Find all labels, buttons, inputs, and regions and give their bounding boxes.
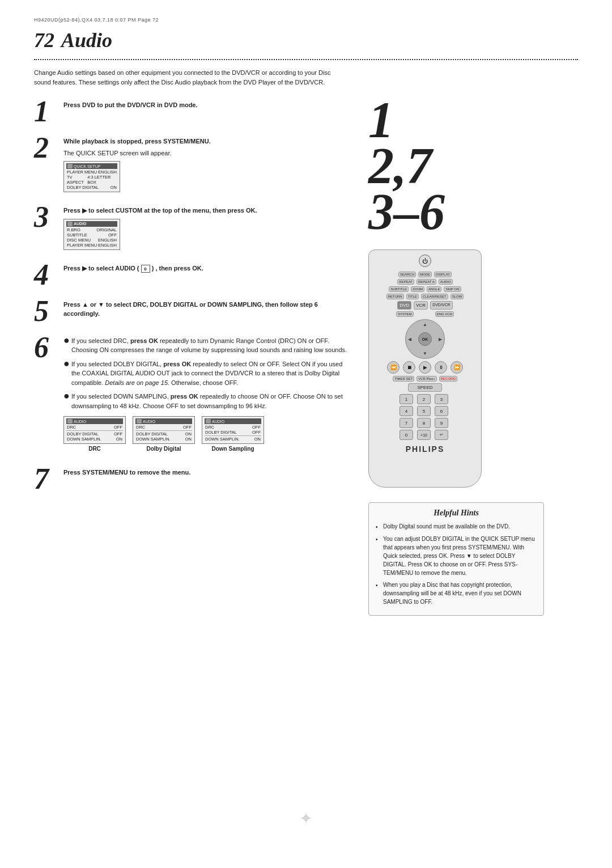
hint-bullet-1: • [376,523,380,531]
step-number-5: 5 [34,297,56,326]
fastforward-button[interactable]: ⏩ [450,361,463,374]
hint-text-1: Dolby Digital sound must be available on… [383,522,510,531]
skip-on-button[interactable]: SKIP ON [444,286,461,292]
num-9-button[interactable]: 9 [435,418,448,428]
num-enter-button[interactable]: ↵ [435,430,448,440]
zoom-button[interactable]: ZOOM [411,286,424,292]
step-7-title: Press SYSTEM/MENU to remove the menu. [63,468,351,477]
hint-item-2: • You can adjust DOLBY DIGITAL in the QU… [376,535,537,577]
file-meta: H9420UD(p52-84).QX4 03.7.18 0:07 PM Page… [34,17,578,23]
remote-row-subtitle: SUBTITLE ZOOM ANGLE SKIP ON [375,286,475,292]
step-3-content: Press ▶ to select CUSTOM at the top of t… [63,202,351,253]
bullet-dolby: ● If you selected DOLBY DIGITAL, press O… [63,359,351,388]
timer-set-button[interactable]: TIMER SET [393,376,414,382]
dvd-vcr-button[interactable]: DVD/VCR [430,301,453,310]
mode-button[interactable]: MODE [418,272,432,277]
hint-item-1: • Dolby Digital sound must be available … [376,522,537,531]
step-2-title: While playback is stopped, press SYSTEM/… [63,137,351,146]
hints-title: Helpful Hints [376,509,537,518]
display-button[interactable]: DISPLAY [434,272,452,277]
hint-item-3: • When you play a Disc that has copyrigh… [376,581,537,606]
main-content: 1 Press DVD to put the DVD/VCR in DVD mo… [34,97,578,616]
step-6-content: ● If you selected DRC, press OK repeated… [63,333,351,458]
remote-numpad: 1 2 3 4 5 6 7 8 9 0 +10 ↵ [400,394,450,440]
remote-brand: PHILIPS [375,444,475,454]
num-2-button[interactable]: 2 [417,394,431,404]
screen-label-drc: DRC [88,446,101,452]
vcr-plus-button[interactable]: VCR Plus+ [416,376,437,382]
screen-label-downsampling: Down Sampling [212,446,254,452]
step-3-title: Press ▶ to select CUSTOM at the top of t… [63,206,351,215]
audio-button[interactable]: AUDIO [439,279,453,285]
step-1-content: Press DVD to put the DVD/VCR in DVD mode… [63,97,351,126]
nav-down[interactable]: ▼ [423,351,427,356]
speed-button[interactable]: SPEED [408,383,442,392]
step-4: 4 Press ▶ to select AUDIO ( 0 ) , then p… [34,260,351,290]
bullet-dot-3: ● [63,391,68,410]
crosshair-bottom [301,814,311,823]
slow-button[interactable]: SLOW [450,294,464,299]
screen-icon-2 [67,222,73,226]
search-button[interactable]: SEARCH [398,272,416,277]
stop-button[interactable]: ⏹ [403,361,415,374]
repeat-a-button[interactable]: REPEAT A [416,279,436,285]
num-7-button[interactable]: 7 [400,418,413,428]
smock-downsampling: AUDIO DRCOFF DOLBY DIGITALOFF DOWN SAMPL… [202,416,264,444]
num-1-button[interactable]: 1 [400,394,413,404]
pause-button[interactable]: ⏸ [435,361,447,374]
step-6: 6 ● If you selected DRC, press OK repeat… [34,333,351,458]
num-0-button[interactable]: 0 [400,430,413,440]
remote-row-return: RETURN TITLE CLEAR/RESET SLOW [375,294,475,299]
title-button[interactable]: TITLE [406,294,419,299]
hint-bullet-2: • [376,535,380,577]
ok-button[interactable]: OK [418,332,432,346]
hint-text-2: You can adjust DOLBY DIGITAL in the QUIC… [383,535,537,577]
return-button[interactable]: RETURN [386,294,404,299]
section-divider [34,59,578,60]
step-number-3: 3 [34,202,56,253]
nav-ring[interactable]: ▲ ▼ ◀ ▶ OK [405,319,445,359]
smock-dolby: AUDIO DRCOFF DOLBY DIGITALON DOWN SAMPLI… [133,416,195,444]
step-4-title: Press ▶ to select AUDIO ( 0 ) , then pre… [63,264,351,273]
screen-mock-step2: QUICK SETUP PLAYER MENUENGLISH TV ASPECT… [63,161,120,192]
num-3-button[interactable]: 3 [435,394,448,404]
nav-left[interactable]: ◀ [408,337,411,342]
nav-right[interactable]: ▶ [439,337,442,342]
step-5: 5 Press ▲ or ▼ to select DRC, DOLBY DIGI… [34,297,351,326]
system-button[interactable]: SYSTEM [396,311,414,317]
repeat-button[interactable]: REPEAT [397,279,414,285]
screen-drc: AUDIO DRCOFF DOLBY DIGITALOFF DOWN SAMPL… [63,416,126,452]
power-button[interactable]: ⏻ [419,255,431,267]
remote-row-timer: TIMER SET VCR Plus+ RECORD [375,376,475,382]
bullet-drc: ● If you selected DRC, press OK repeated… [63,336,351,355]
dvd-button[interactable]: DVD [397,301,411,310]
num-plus10-button[interactable]: +10 [417,430,431,440]
subtitle-button[interactable]: SUBTITLE [389,286,409,292]
record-button[interactable]: RECORD [439,376,457,382]
eng-vcr-button[interactable]: ENG VCR [435,311,454,317]
screen-icon [67,164,73,168]
screen-downsampling: AUDIO DRCOFF DOLBY DIGITALOFF DOWN SAMPL… [202,416,264,452]
step-number-6: 6 [34,333,56,458]
vcr-button[interactable]: VCR [414,301,428,310]
step-3: 3 Press ▶ to select CUSTOM at the top of… [34,202,351,253]
rewind-button[interactable]: ⏪ [387,361,400,374]
nav-up[interactable]: ▲ [423,322,427,327]
step-number-7: 7 [34,464,56,494]
page: H9420UD(p52-84).QX4 03.7.18 0:07 PM Page… [0,0,612,868]
num-8-button[interactable]: 8 [417,418,431,428]
play-button[interactable]: ▶ [419,361,431,374]
bullet-dot-2: ● [63,358,68,388]
step-number-1: 1 [34,97,56,126]
num-4-button[interactable]: 4 [400,406,413,416]
overlay-numbers-36: 3–6 [368,189,445,235]
bullet-dot-1: ● [63,335,68,355]
left-column: 1 Press DVD to put the DVD/VCR in DVD mo… [34,97,351,616]
clear-reset-button[interactable]: CLEAR/RESET [421,294,448,299]
bullet-drc-text: If you selected DRC, press OK repeatedly… [71,336,351,355]
step-7-content: Press SYSTEM/MENU to remove the menu. [63,464,351,494]
remote-row-repeat: REPEAT REPEAT A AUDIO [375,279,475,285]
angle-button[interactable]: ANGLE [427,286,441,292]
num-5-button[interactable]: 5 [417,406,431,416]
num-6-button[interactable]: 6 [435,406,448,416]
